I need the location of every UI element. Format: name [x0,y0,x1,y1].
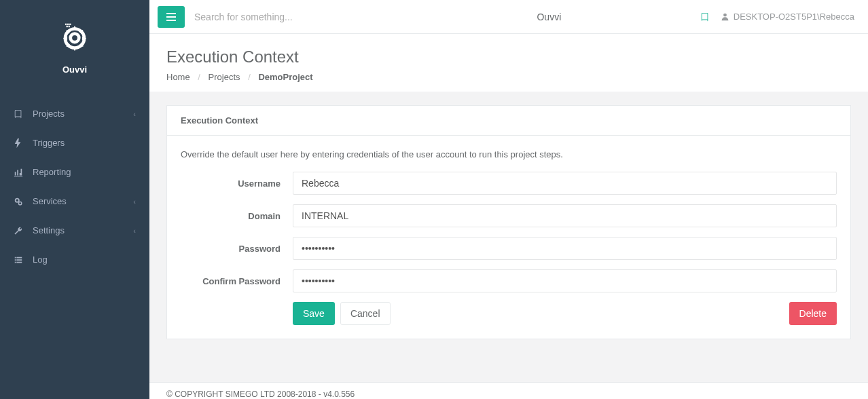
bolt-icon [14,138,27,148]
main-area: Ouvvi DESKTOP-O2ST5P1\Rebecca Execution … [149,0,868,399]
form-actions: Save Cancel Delete [181,302,837,325]
svg-point-7 [18,202,21,204]
breadcrumb-sep: / [198,72,200,82]
delete-button[interactable]: Delete [789,302,837,325]
username-label: Username [181,178,293,189]
sidebar-item-projects[interactable]: Projects ‹ [0,99,149,128]
svg-rect-10 [166,20,176,21]
breadcrumb-projects[interactable]: Projects [209,72,240,82]
sidebar-item-label: Services [33,196,67,206]
password-input[interactable] [293,237,837,260]
gears-icon [14,197,27,206]
book-icon[interactable] [700,12,710,22]
form-row-domain: Domain [181,204,837,227]
sidebar-item-log[interactable]: Log [0,245,149,274]
help-text: Override the default user here by enteri… [181,149,837,159]
search-input[interactable] [194,12,398,22]
confirm-password-input[interactable] [293,269,837,292]
list-icon [14,255,27,265]
breadcrumb-home[interactable]: Home [166,72,190,82]
app-name: Ouvvi [398,12,700,22]
sidebar-item-label: Projects [33,109,65,119]
domain-input[interactable] [293,204,837,227]
breadcrumb-current: DemoProject [258,72,312,82]
page-title: Execution Context [166,48,851,66]
chart-icon [14,168,27,177]
sidebar-item-triggers[interactable]: Triggers [0,128,149,157]
card-title: Execution Context [167,106,850,136]
svg-rect-2 [67,24,69,25]
footer-text: © COPYRIGHT SIMEGO LTD 2008-2018 - v4.0.… [166,390,355,399]
svg-rect-8 [166,13,176,14]
sidebar-nav: Projects ‹ Triggers Reporting Services ‹… [0,99,149,274]
content: Execution Context Override the default u… [149,92,868,382]
brand-block: Ouvvi [0,0,149,83]
page-heading: Execution Context Home / Projects / Demo… [149,34,868,92]
password-label: Password [181,244,293,254]
form-row-password: Password [181,237,837,260]
sidebar: Ouvvi Projects ‹ Triggers Reporting Serv… [0,0,149,399]
chevron-left-icon: ‹ [133,197,136,206]
cancel-button[interactable]: Cancel [340,302,391,325]
sidebar-item-label: Reporting [33,167,71,177]
sidebar-item-label: Log [33,254,48,265]
breadcrumb: Home / Projects / DemoProject [166,72,851,82]
wrench-icon [14,226,27,235]
topbar: Ouvvi DESKTOP-O2ST5P1\Rebecca [149,0,868,34]
bars-icon [166,13,176,21]
confirm-password-label: Confirm Password [181,276,293,286]
user-block[interactable]: DESKTOP-O2ST5P1\Rebecca [721,12,854,22]
breadcrumb-sep: / [248,72,251,82]
sidebar-item-services[interactable]: Services ‹ [0,187,149,216]
svg-rect-1 [65,24,67,25]
topbar-right: DESKTOP-O2ST5P1\Rebecca [700,12,854,22]
sidebar-item-label: Settings [33,225,65,235]
svg-rect-9 [166,16,176,18]
brand-name: Ouvvi [0,64,149,75]
execution-context-card: Execution Context Override the default u… [166,105,851,339]
toggle-sidebar-button[interactable] [158,6,185,28]
card-body: Override the default user here by enteri… [167,136,850,339]
sidebar-item-label: Triggers [33,138,65,148]
svg-rect-5 [69,26,70,27]
username-input[interactable] [293,172,837,195]
user-icon [721,12,729,21]
form-row-username: Username [181,172,837,195]
svg-rect-4 [67,26,68,27]
svg-point-6 [16,198,19,202]
save-button[interactable]: Save [293,302,335,325]
domain-label: Domain [181,211,293,221]
footer: © COPYRIGHT SIMEGO LTD 2008-2018 - v4.0.… [149,382,868,399]
book-icon [14,109,27,119]
user-display: DESKTOP-O2ST5P1\Rebecca [734,12,854,22]
brand-logo-icon [56,20,94,54]
chevron-left-icon: ‹ [133,110,136,118]
sidebar-item-reporting[interactable]: Reporting [0,157,149,187]
form-row-confirm-password: Confirm Password [181,269,837,292]
sidebar-item-settings[interactable]: Settings ‹ [0,216,149,245]
chevron-left-icon: ‹ [133,227,136,235]
svg-rect-3 [69,24,71,25]
